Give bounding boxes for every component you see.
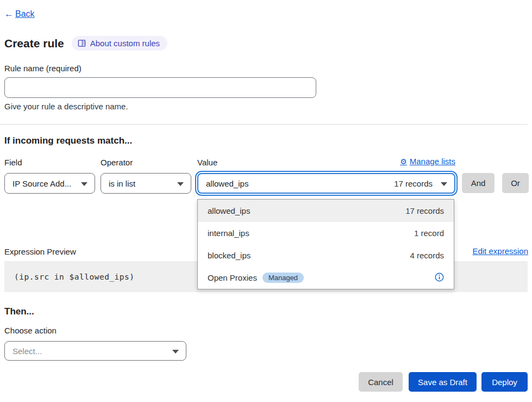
list-item-name: blocked_ips	[208, 251, 251, 260]
back-arrow-icon: ←	[4, 9, 14, 20]
rule-name-input[interactable]	[4, 77, 316, 98]
gear-icon: ⚙	[400, 157, 407, 166]
list-item-name: allowed_ips	[208, 206, 250, 215]
list-item-record-count: 1 record	[414, 228, 444, 238]
create-rule-page: ←Back Create rule About custom rules Rul…	[0, 0, 532, 402]
operator-select-value: is in list	[109, 179, 135, 188]
back-label: Back	[15, 9, 35, 19]
edit-expression-link[interactable]: Edit expression	[472, 246, 528, 256]
list-item-record-count: 4 records	[410, 251, 444, 260]
manage-lists-link[interactable]: ⚙ Manage lists	[400, 157, 455, 166]
list-item-open-proxies[interactable]: Open Proxies Managed	[198, 267, 454, 289]
and-button[interactable]: And	[462, 173, 495, 193]
manage-lists-wrap: ⚙ Manage lists	[197, 157, 455, 166]
operator-select[interactable]: is in list	[101, 173, 191, 194]
list-item-blocked-ips[interactable]: blocked_ips 4 records	[198, 244, 454, 267]
or-button[interactable]: Or	[502, 173, 529, 193]
list-item-allowed-ips[interactable]: allowed_ips 17 records	[198, 200, 454, 222]
about-custom-rules-link[interactable]: About custom rules	[72, 36, 167, 51]
rule-name-helper: Give your rule a descriptive name.	[4, 102, 128, 111]
save-as-draft-button[interactable]: Save as Draft	[409, 372, 477, 392]
field-select[interactable]: IP Source Add...	[4, 173, 95, 194]
chevron-down-icon	[177, 182, 184, 186]
value-select-record-count: 17 records	[394, 179, 433, 188]
expression-code: (ip.src in $allowed_ips)	[4, 273, 135, 281]
list-item-name: internal_ips	[208, 228, 249, 238]
field-select-value: IP Source Add...	[12, 179, 71, 188]
managed-badge: Managed	[262, 273, 304, 283]
title-row: Create rule About custom rules	[4, 36, 167, 51]
value-dropdown-menu: allowed_ips 17 records internal_ips 1 re…	[197, 199, 454, 289]
about-custom-rules-label: About custom rules	[90, 39, 160, 48]
manage-lists-label: Manage lists	[410, 157, 455, 166]
deploy-button[interactable]: Deploy	[481, 372, 528, 392]
match-section-heading: If incoming requests match...	[4, 135, 132, 146]
book-icon	[78, 39, 86, 47]
action-select[interactable]: Select...	[4, 341, 186, 361]
then-section-heading: Then...	[4, 306, 34, 317]
value-select[interactable]: allowed_ips 17 records	[197, 173, 455, 194]
chevron-down-icon	[81, 182, 87, 186]
info-icon[interactable]	[435, 273, 444, 283]
back-link[interactable]: ←Back	[4, 9, 35, 20]
list-item-internal-ips[interactable]: internal_ips 1 record	[198, 222, 454, 244]
chevron-down-icon	[172, 350, 179, 354]
value-select-value: allowed_ips	[206, 179, 248, 188]
field-label: Field	[4, 158, 22, 167]
choose-action-label: Choose action	[4, 326, 57, 335]
expression-preview-label: Expression Preview	[4, 247, 76, 256]
section-divider	[0, 124, 528, 125]
operator-label: Operator	[101, 158, 133, 167]
rule-name-label: Rule name (required)	[4, 64, 82, 73]
chevron-down-icon	[441, 182, 447, 186]
action-select-placeholder: Select...	[12, 347, 42, 356]
list-item-record-count: 17 records	[405, 206, 444, 215]
cancel-button[interactable]: Cancel	[359, 372, 403, 392]
page-title: Create rule	[4, 37, 64, 50]
list-item-name: Open Proxies	[208, 273, 257, 282]
